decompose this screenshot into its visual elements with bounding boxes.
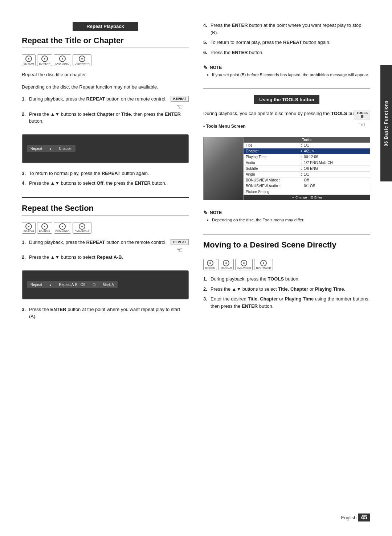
tools-row-playing: Playing Time : 00:12:06 xyxy=(244,154,370,160)
step-1-container: 1. During playback, press the REPEAT but… xyxy=(22,95,189,106)
disc-icon-bdre3: BD-RE/-R xyxy=(219,259,233,270)
tools-val: 1/1 xyxy=(304,172,368,176)
steps-3: 1. During playback, press the TOOLS butt… xyxy=(203,275,370,312)
step-item: 4. Press the ▲▼ buttons to select Off, t… xyxy=(22,180,189,187)
steps-list-2a: 1. During playback, press the REPEAT but… xyxy=(22,239,189,246)
disc-circle xyxy=(79,223,85,230)
tools-val: 1/6 ENG xyxy=(304,167,368,171)
step-item: 2. Press the ▲▼ buttons to select Chapte… xyxy=(22,111,189,125)
step-content: During playback, press the TOOLS button. xyxy=(211,275,370,283)
disc-label: BD-RE/-R xyxy=(220,267,232,269)
page-footer: English 45 xyxy=(341,514,370,521)
tools-menu-with-bg: Tools Title : 1/1 Chapter < 4/21 > Pl xyxy=(203,137,370,200)
disc-icon-bdrom2: BD-ROM xyxy=(22,222,36,234)
step-num: 2. xyxy=(22,254,28,261)
disc-icon-bdre2: BD-RE/-R xyxy=(37,222,52,234)
note-label-2: NOTE xyxy=(210,210,222,215)
screen-arrow: ⬥ xyxy=(49,147,52,151)
step-content: Enter the desired Title, Chapter or Play… xyxy=(211,295,370,310)
tools-key: BONUSVIEW Video : xyxy=(246,178,299,182)
steps-list-2c: 3. Press the ENTER button at the point w… xyxy=(22,306,189,323)
step-content: Press the ENTER button at the point wher… xyxy=(29,306,189,320)
repeat-button-img-2: REPEAT ☜ xyxy=(171,239,189,254)
disc-icon-dvdvideo: DVD-VIDEO xyxy=(54,54,72,66)
screen-mark: Mark A xyxy=(103,283,114,287)
steps-list-1b: 2. Press the ▲▼ buttons to select Chapte… xyxy=(22,111,189,128)
tools-row-bonusview-audio: BONUSVIEW Audio : 0/1 Off xyxy=(244,183,370,189)
repeat-button-img: REPEAT ☜ xyxy=(171,95,189,111)
steps-top: 4. Press the ENTER button at the point w… xyxy=(203,22,370,59)
disc-circle xyxy=(59,56,66,62)
step-content: Press the ▲▼ buttons to select Repeat A-… xyxy=(29,254,189,261)
step-content: Press the ENTER button. xyxy=(211,49,370,56)
note-items-2: Depending on the disc, the Tools menu ma… xyxy=(203,217,370,223)
repeat-btn-label-2: REPEAT xyxy=(171,239,189,245)
hand-icon-tools: ☜ xyxy=(354,120,370,129)
disc-circle xyxy=(207,260,213,266)
tools-photo-bg xyxy=(203,137,243,200)
step-content: During playback, press the REPEAT button… xyxy=(29,95,189,103)
step-item: 1. During playback, press the REPEAT but… xyxy=(22,95,189,103)
tools-header-container: Using the TOOLS button xyxy=(203,95,370,104)
divider-1 xyxy=(22,197,189,198)
step-num: 3. xyxy=(22,306,28,320)
repeat-playback-header: Repeat Playback xyxy=(73,22,138,31)
tools-row-bonusview-video: BONUSVIEW Video : Off xyxy=(244,177,370,183)
tools-header: Using the TOOLS button xyxy=(254,95,319,104)
disc-label: BD-RE/-R xyxy=(39,62,50,65)
side-tab: 06 Basic Functions xyxy=(380,65,392,181)
steps-list-1a: 1. During playback, press the REPEAT but… xyxy=(22,95,189,103)
step-item: 4. Press the ENTER button at the point w… xyxy=(203,22,370,36)
disc-icon-bdrom3: BD-ROM xyxy=(203,259,217,270)
repeat-btn-label: REPEAT xyxy=(171,96,189,102)
tools-intro-container: During playback, you can operate disc me… xyxy=(203,110,370,119)
disc-circle xyxy=(223,260,229,266)
step-num: 6. xyxy=(203,49,209,56)
tools-key: Angle xyxy=(246,172,299,176)
screen-repeat-ab: Repeat ⬥ Repeat A-B : Off ⊡ Mark A xyxy=(22,270,189,299)
note-item: If you set point (B) before 5 seconds ha… xyxy=(208,72,370,78)
note-1: ✎ NOTE If you set point (B) before 5 sec… xyxy=(203,65,370,79)
step-num: 1. xyxy=(203,275,209,283)
disc-label: DVD-VIDEO xyxy=(56,230,70,233)
step-num: 2. xyxy=(22,111,28,125)
tools-key: Picture Setting xyxy=(246,190,299,194)
step-num: 1. xyxy=(22,239,28,246)
step-item: 1. During playback, press the REPEAT but… xyxy=(22,239,189,246)
screen-enter: ⊡ xyxy=(93,283,95,287)
disc-label: DVD+RW/+R xyxy=(74,62,90,65)
note-title-1: ✎ NOTE xyxy=(203,65,370,70)
tools-row-picture: Picture Setting xyxy=(244,189,370,195)
disc-circle xyxy=(25,223,32,230)
step2-1-container: 1. During playback, press the REPEAT but… xyxy=(22,239,189,249)
disc-icon-dvdvideo3: DVD-VIDEO xyxy=(235,259,253,270)
screen-label: Repeat xyxy=(30,147,42,151)
disc-label: DVD-VIDEO xyxy=(237,267,251,269)
tools-sep: : xyxy=(299,155,304,159)
step-item: 3. Press the ENTER button at the point w… xyxy=(22,306,189,320)
screen-value-2: Repeat A-B : Off xyxy=(59,283,85,287)
step-content: Press the ▲▼ buttons to select Off, the … xyxy=(29,180,189,187)
step-content: To return to normal play, press the REPE… xyxy=(211,39,370,46)
tools-menu-container: Tools Title : 1/1 Chapter < 4/21 > Pl xyxy=(203,135,370,202)
step-content: Press the ▲▼ buttons to select Chapter o… xyxy=(29,111,189,125)
tools-intro-text: During playback, you can operate disc me… xyxy=(203,110,370,117)
disc-circle xyxy=(41,223,48,230)
disc-icons-3: BD-ROM BD-RE/-R DVD-VIDEO DVD+RW/+R xyxy=(203,259,370,270)
step-num: 5. xyxy=(203,39,209,46)
tools-key: Subtitle xyxy=(246,167,299,171)
tools-sep xyxy=(299,178,304,182)
divider-3 xyxy=(203,234,370,234)
screen-content: Repeat ⬥ Chapter xyxy=(27,145,75,152)
disc-circle xyxy=(41,56,48,62)
screen-content-2: Repeat ⬥ Repeat A-B : Off ⊡ Mark A xyxy=(27,281,118,288)
tools-key: Chapter xyxy=(246,149,299,153)
disc-circle xyxy=(59,223,66,230)
tools-sep xyxy=(299,184,304,188)
intro-text-1: Repeat the disc title or chapter. xyxy=(22,71,189,78)
english-label: English xyxy=(341,515,357,520)
divider-2 xyxy=(203,89,370,89)
tools-key: BONUSVIEW Audio : xyxy=(246,184,299,188)
steps-list-2b: 2. Press the ▲▼ buttons to select Repeat… xyxy=(22,254,189,264)
disc-label: BD-ROM xyxy=(24,230,34,233)
